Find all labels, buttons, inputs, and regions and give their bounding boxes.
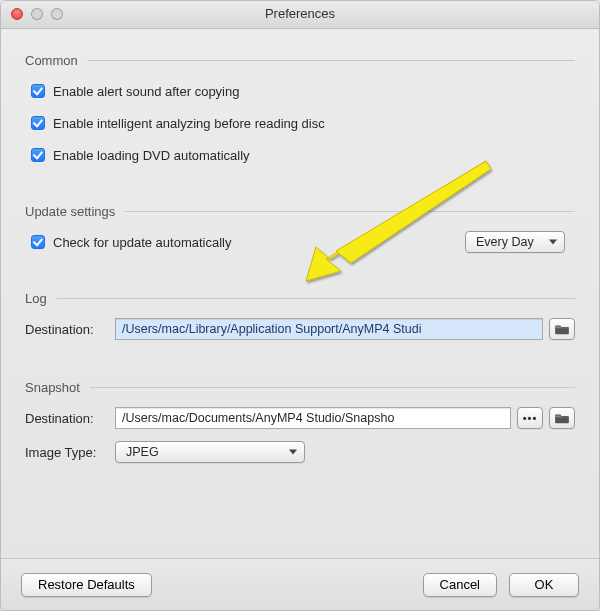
divider <box>125 211 575 212</box>
snapshot-destination-more-button[interactable]: ••• <box>517 407 543 429</box>
group-label-common: Common <box>25 53 88 68</box>
browse-snapshot-folder-button[interactable] <box>549 407 575 429</box>
folder-icon <box>555 412 569 424</box>
group-common: Common Enable alert sound after copying … <box>21 43 579 176</box>
zoom-icon <box>51 8 63 20</box>
checkbox-load-dvd[interactable] <box>31 148 45 162</box>
group-label-update: Update settings <box>25 204 125 219</box>
label-intelligent-analyze: Enable intelligent analyzing before read… <box>53 116 325 131</box>
ellipsis-icon: ••• <box>523 412 538 424</box>
divider <box>57 298 575 299</box>
divider <box>90 387 575 388</box>
preferences-window: Preferences Common Enable alert sound af… <box>0 0 600 611</box>
label-snapshot-destination: Destination: <box>25 411 115 426</box>
select-value: JPEG <box>126 445 159 459</box>
browse-log-folder-button[interactable] <box>549 318 575 340</box>
titlebar: Preferences <box>1 1 599 29</box>
content-area: Common Enable alert sound after copying … <box>1 29 599 475</box>
window-controls <box>11 8 63 20</box>
close-icon[interactable] <box>11 8 23 20</box>
group-log: Log Destination: <box>21 281 579 352</box>
button-bar: Restore Defaults Cancel OK <box>1 558 599 610</box>
cancel-button[interactable]: Cancel <box>423 573 497 597</box>
input-log-destination[interactable] <box>115 318 543 340</box>
label-alert-sound: Enable alert sound after copying <box>53 84 239 99</box>
group-label-log: Log <box>25 291 57 306</box>
select-image-type[interactable]: JPEG <box>115 441 305 463</box>
checkbox-intelligent-analyze[interactable] <box>31 116 45 130</box>
window-title: Preferences <box>265 6 335 21</box>
group-snapshot: Snapshot Destination: ••• Image Type: <box>21 370 579 475</box>
divider <box>88 60 575 61</box>
folder-icon <box>555 323 569 335</box>
label-load-dvd: Enable loading DVD automatically <box>53 148 250 163</box>
select-value: Every Day <box>476 235 534 249</box>
input-snapshot-destination[interactable] <box>115 407 511 429</box>
label-image-type: Image Type: <box>25 445 115 460</box>
checkbox-auto-update[interactable] <box>31 235 45 249</box>
label-log-destination: Destination: <box>25 322 115 337</box>
minimize-icon <box>31 8 43 20</box>
select-update-frequency[interactable]: Every Day <box>465 231 565 253</box>
checkbox-alert-sound[interactable] <box>31 84 45 98</box>
group-update: Update settings Check for update automat… <box>21 194 579 263</box>
label-auto-update: Check for update automatically <box>53 235 231 250</box>
restore-defaults-button[interactable]: Restore Defaults <box>21 573 152 597</box>
ok-button[interactable]: OK <box>509 573 579 597</box>
group-label-snapshot: Snapshot <box>25 380 90 395</box>
